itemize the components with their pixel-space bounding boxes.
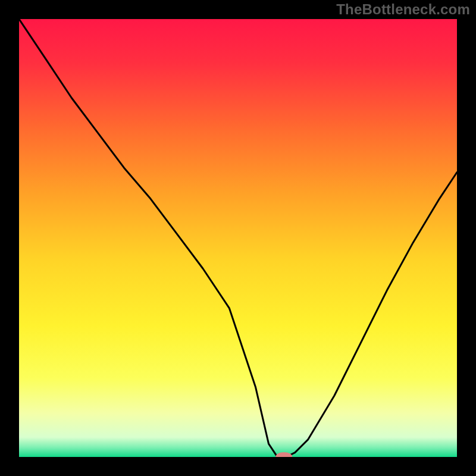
bottleneck-chart <box>19 19 457 457</box>
gradient-background <box>19 19 457 457</box>
watermark-text: TheBottleneck.com <box>336 1 470 18</box>
plot-area <box>19 19 457 457</box>
chart-frame: TheBottleneck.com <box>0 0 476 476</box>
